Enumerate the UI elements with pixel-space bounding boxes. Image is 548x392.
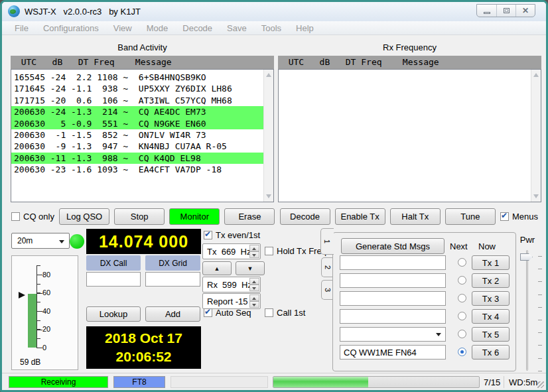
auto-seq-checkbox-box[interactable] xyxy=(204,308,212,317)
tx1-button[interactable]: Tx 1 xyxy=(472,255,510,270)
tx3-message-field[interactable] xyxy=(340,291,446,306)
decode-row[interactable]: 165545 -24 2.2 1108 ~ 6+SB4HNQSB9KO xyxy=(11,72,263,83)
enable-tx-button[interactable]: Enable Tx xyxy=(335,208,385,225)
log-qso-button[interactable]: Log QSO xyxy=(59,208,109,225)
tx4-next-radio[interactable] xyxy=(458,312,466,320)
tx1-message-field[interactable] xyxy=(340,255,446,270)
call-1st-checkbox-box[interactable] xyxy=(265,308,273,317)
pwr-slider-handle[interactable] xyxy=(520,253,533,261)
tx2-message-field[interactable] xyxy=(340,273,446,288)
tx6-button[interactable]: Tx 6 xyxy=(472,345,510,359)
meter-pointer-icon xyxy=(19,292,25,298)
cq-only-checkbox-box[interactable] xyxy=(11,212,20,221)
decode-row[interactable]: 171645 -24 -1.1 938 ~ UP5XXY ZY6DIX LH86 xyxy=(11,83,263,94)
dx-call-input[interactable] xyxy=(86,272,141,287)
decode-button[interactable]: Decode xyxy=(280,208,330,225)
spin-down-icon[interactable] xyxy=(249,251,259,258)
tx4-button[interactable]: Tx 4 xyxy=(472,309,510,324)
tx-even-label: Tx even/1st xyxy=(216,230,260,240)
rx-frequency-rows xyxy=(279,72,531,202)
lookup-button[interactable]: Lookup xyxy=(86,306,141,322)
tx1-next-radio[interactable] xyxy=(458,258,466,267)
add-button[interactable]: Add xyxy=(145,306,200,322)
close-button[interactable]: ✕ xyxy=(515,5,535,17)
menu-mode[interactable]: Mode xyxy=(139,23,176,33)
dx-grid-input[interactable] xyxy=(145,272,200,287)
tx4-message-field[interactable] xyxy=(340,309,446,324)
frequency-display: 14.074 000 xyxy=(86,229,201,254)
decode-row[interactable]: 200630 -11 -1.3 988 ~ CQ K4QD EL98 xyxy=(11,153,263,164)
title-bar[interactable]: WSJT-X v2.0.0-rc3 by K1JT ✕ xyxy=(2,2,546,21)
spin-up-icon[interactable] xyxy=(249,278,259,285)
maximize-button[interactable] xyxy=(496,5,515,17)
hold-tx-label: Hold Tx Freq xyxy=(277,246,326,256)
decode-row[interactable]: 200630 -24 -1.3 214 ~ CQ AE4DC EM73 xyxy=(11,106,263,117)
menu-save[interactable]: Save xyxy=(220,23,254,33)
spin-up-icon[interactable] xyxy=(249,294,259,301)
menu-view[interactable]: View xyxy=(106,23,139,33)
report-spinner[interactable]: Report -15 xyxy=(202,293,261,309)
decode-row[interactable]: 171715 -20 0.6 106 ~ AT3IWL C57YCQ MH68 xyxy=(11,95,263,106)
spinner-buttons[interactable] xyxy=(249,245,259,258)
spinner-buttons[interactable] xyxy=(249,294,259,308)
decode-row[interactable]: 200630 5 -0.9 551 ~ CQ N9GKE EN60 xyxy=(11,118,263,129)
call-1st-checkbox[interactable]: Call 1st xyxy=(265,308,305,318)
pwr-label: Pwr xyxy=(517,235,537,245)
tx2-button[interactable]: Tx 2 xyxy=(472,273,510,288)
rx-frequency-header: UTC dB DT Freq Message xyxy=(278,56,541,69)
band-select[interactable]: 20m xyxy=(11,233,70,249)
resize-grip[interactable] xyxy=(537,381,544,388)
pwr-slider-ticks xyxy=(538,256,542,371)
rx-status-lamp xyxy=(70,234,84,249)
menus-checkbox[interactable]: Menus xyxy=(500,212,538,222)
minimize-icon xyxy=(484,12,490,14)
band-activity-header: UTC dB DT Freq Message xyxy=(11,56,274,69)
hold-tx-checkbox[interactable]: Hold Tx Freq xyxy=(265,246,326,256)
rx-frequency-scrollbar[interactable] xyxy=(531,70,541,202)
tx2-next-radio[interactable] xyxy=(458,276,466,285)
menus-checkbox-box[interactable] xyxy=(500,212,509,221)
rx-frequency-panel xyxy=(278,69,541,202)
band-activity-scrollbar[interactable] xyxy=(263,70,273,202)
tx5-next-radio[interactable] xyxy=(458,330,466,338)
band-activity-rows: 165545 -24 2.2 1108 ~ 6+SB4HNQSB9KO17164… xyxy=(11,72,263,202)
monitor-button[interactable]: Monitor xyxy=(169,208,220,225)
minimize-button[interactable] xyxy=(477,5,496,17)
tab-1[interactable]: 1 xyxy=(320,228,334,255)
tx-freq-spinner[interactable]: Tx 669 Hz xyxy=(202,243,261,259)
spin-down-icon[interactable] xyxy=(249,301,259,308)
tx6-message-field[interactable]: CQ WW1ME FN64 xyxy=(340,345,446,359)
pwr-slider-track[interactable] xyxy=(526,250,528,371)
tx5-message-combo[interactable] xyxy=(340,327,446,342)
menu-decode[interactable]: Decode xyxy=(175,23,220,33)
menu-help[interactable]: Help xyxy=(289,23,321,33)
decode-row[interactable]: 200630 -23 -1.6 1093 ~ EA4CFT VA7DP -18 xyxy=(11,164,263,175)
tx-even-checkbox[interactable]: Tx even/1st xyxy=(204,230,260,240)
spin-down-icon[interactable] xyxy=(249,285,259,291)
progress-fill xyxy=(273,377,368,387)
spinner-buttons[interactable] xyxy=(249,278,259,291)
spin-up-icon[interactable] xyxy=(249,245,259,251)
menu-file[interactable]: File xyxy=(7,23,36,33)
decode-row[interactable]: 200630 -1 -1.5 852 ~ ON7LV WI4R 73 xyxy=(11,129,263,141)
cq-only-checkbox[interactable]: CQ only xyxy=(11,212,54,222)
generate-std-msgs-button[interactable]: Generate Std Msgs xyxy=(341,238,445,254)
freq-up-button[interactable]: ▲ xyxy=(202,261,232,275)
menu-configurations[interactable]: Configurations xyxy=(36,23,106,33)
rx-freq-spinner[interactable]: Rx 599 Hz xyxy=(202,277,261,293)
decode-row[interactable]: 200630 -9 -1.3 947 ~ KN4NBJ CU7AA R-05 xyxy=(11,141,263,152)
freq-down-button[interactable]: ▼ xyxy=(236,261,265,275)
tx3-next-radio[interactable] xyxy=(458,294,466,302)
tune-button[interactable]: Tune xyxy=(445,208,496,225)
menus-label: Menus xyxy=(512,212,538,222)
tx6-next-radio[interactable] xyxy=(458,348,466,356)
tx3-button[interactable]: Tx 3 xyxy=(472,291,510,306)
auto-seq-checkbox[interactable]: Auto Seq xyxy=(204,308,251,318)
menu-tools[interactable]: Tools xyxy=(254,23,289,33)
erase-button[interactable]: Erase xyxy=(224,208,275,225)
halt-tx-button[interactable]: Halt Tx xyxy=(390,208,441,225)
tx-even-checkbox-box[interactable] xyxy=(204,231,212,239)
hold-tx-checkbox-box[interactable] xyxy=(265,247,273,255)
tx5-button[interactable]: Tx 5 xyxy=(472,327,510,342)
stop-button[interactable]: Stop xyxy=(114,208,165,225)
